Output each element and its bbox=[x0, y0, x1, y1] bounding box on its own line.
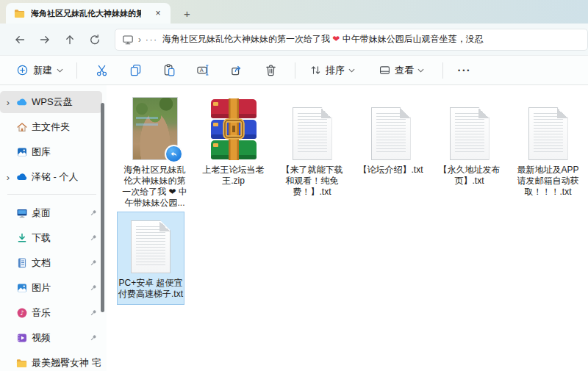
file-name: 海角社区兄妹乱伦大神妹妹的第一次给了我 ❤ 中午带妹妹公园... bbox=[121, 165, 189, 209]
winrar-archive-icon bbox=[210, 98, 257, 160]
sidebar-item-label: 图库 bbox=[32, 145, 51, 159]
sidebar-item-label: 音乐 bbox=[32, 306, 51, 320]
file-item[interactable]: 【论坛介绍】.txt bbox=[351, 94, 430, 176]
rename-button[interactable]: A bbox=[186, 59, 220, 82]
tab-bar: 海角社区兄妹乱伦大神妹妹的第 × + bbox=[0, 0, 588, 24]
file-item[interactable]: 【永久地址发布页】.txt bbox=[430, 94, 509, 187]
view-icon bbox=[379, 64, 391, 76]
this-pc-icon[interactable] bbox=[121, 33, 134, 46]
file-name: 【永久地址发布页】.txt bbox=[436, 165, 503, 187]
svg-text:A: A bbox=[199, 67, 204, 73]
copy-button[interactable] bbox=[118, 59, 152, 82]
file-grid-row: 海角社区兄妹乱伦大神妹妹的第一次给了我 ❤ 中午带妹妹公园... 上老王论坛当老… bbox=[115, 94, 588, 209]
up-button[interactable] bbox=[57, 29, 82, 51]
sidebar-item-pictures[interactable]: › 图片 bbox=[0, 277, 102, 299]
video-icon bbox=[15, 332, 28, 345]
pin-icon bbox=[89, 334, 98, 342]
gallery-icon bbox=[15, 146, 28, 159]
paste-button[interactable] bbox=[152, 59, 186, 82]
chevron-right-icon[interactable]: › bbox=[4, 172, 12, 183]
chevron-down-icon bbox=[57, 68, 63, 73]
pictures-icon bbox=[15, 282, 28, 295]
toolbar-divider bbox=[76, 62, 77, 79]
pin-icon bbox=[89, 309, 98, 317]
sidebar-item-wps-cloud[interactable]: › WPS云盘 bbox=[0, 91, 102, 113]
view-button[interactable]: 查看 bbox=[372, 60, 431, 81]
sidebar-item-onedrive[interactable]: › 泽铭 - 个人 bbox=[0, 166, 102, 188]
chevron-right-icon[interactable]: › bbox=[4, 97, 12, 108]
paste-icon bbox=[162, 63, 176, 77]
wps-cloud-icon bbox=[15, 96, 28, 109]
text-file-icon bbox=[450, 107, 490, 160]
forward-button[interactable] bbox=[32, 29, 57, 51]
sidebar-item-music[interactable]: › ♪ 音乐 bbox=[0, 302, 102, 324]
file-item[interactable]: 最新地址及APP请发邮箱自动获取！！！.txt bbox=[509, 94, 587, 198]
toolbar-divider bbox=[442, 62, 443, 79]
folder-icon bbox=[13, 7, 26, 20]
new-button-label: 新建 bbox=[33, 64, 52, 77]
breadcrumb-overflow-button[interactable]: ··· bbox=[146, 35, 158, 44]
file-item-selected[interactable]: PC+安卓 超便宜付费高速梯子.txt bbox=[117, 212, 184, 305]
sort-icon bbox=[309, 64, 322, 76]
watermark bbox=[136, 117, 158, 130]
chevron-down-icon bbox=[348, 68, 355, 73]
file-item[interactable]: 【来了就能下载和观看！纯免费！】.txt bbox=[273, 94, 351, 198]
folder-icon bbox=[15, 357, 28, 370]
back-button[interactable] bbox=[7, 29, 32, 51]
copy-icon bbox=[129, 63, 143, 77]
trash-icon bbox=[264, 63, 278, 77]
sidebar-item-label: 最美翘臀女神 宅 bbox=[32, 356, 101, 370]
text-file-icon bbox=[371, 107, 411, 160]
refresh-button[interactable] bbox=[82, 29, 107, 51]
desktop-icon bbox=[15, 207, 28, 220]
heart-glyph: ❤ bbox=[332, 34, 340, 44]
file-name: 【论坛介绍】.txt bbox=[358, 165, 423, 176]
sidebar-item-label: 泽铭 - 个人 bbox=[32, 170, 79, 184]
tab-title: 海角社区兄妹乱伦大神妹妹的第 bbox=[31, 8, 141, 19]
cut-button[interactable] bbox=[85, 59, 118, 82]
sort-button-label: 排序 bbox=[326, 64, 345, 77]
sidebar-item-videos[interactable]: › 视频 bbox=[0, 327, 102, 349]
sort-button[interactable]: 排序 bbox=[303, 60, 362, 81]
text-file-icon bbox=[131, 220, 171, 273]
sidebar-item-label: 文档 bbox=[32, 256, 51, 270]
file-name: 【来了就能下载和观看！纯免费！】.txt bbox=[279, 165, 346, 198]
breadcrumb-chevron-icon: › bbox=[138, 35, 141, 45]
text-file-icon bbox=[293, 107, 332, 160]
file-item[interactable]: 上老王论坛当老王.zip bbox=[194, 94, 273, 187]
pin-icon bbox=[89, 209, 98, 217]
tab-close-icon[interactable]: × bbox=[151, 7, 165, 20]
pin-icon bbox=[89, 259, 98, 267]
pin-icon bbox=[89, 284, 98, 292]
navigation-bar: › ··· 海角社区兄妹乱伦大神妹妹的第一次给了我 ❤ 中午带妹妹公园后山观音坐… bbox=[0, 24, 588, 55]
delete-button[interactable] bbox=[254, 59, 287, 82]
sidebar-item-downloads[interactable]: › 下载 bbox=[0, 227, 102, 249]
address-bar[interactable]: › ··· 海角社区兄妹乱伦大神妹妹的第一次给了我 ❤ 中午带妹妹公园后山观音坐… bbox=[115, 29, 588, 51]
rename-icon: A bbox=[196, 63, 210, 77]
sidebar-item-folder[interactable]: › 最美翘臀女神 宅 bbox=[0, 352, 102, 371]
share-button[interactable] bbox=[220, 59, 254, 82]
new-tab-button[interactable]: + bbox=[184, 9, 190, 19]
file-name: 上老王论坛当老王.zip bbox=[200, 165, 268, 187]
sidebar-item-home[interactable]: › 主文件夹 bbox=[0, 116, 102, 138]
address-path: 海角社区兄妹乱伦大神妹妹的第一次给了我 ❤ 中午带妹妹公园后山观音坐莲，没忍 bbox=[162, 33, 581, 46]
file-name: PC+安卓 超便宜付费高速梯子.txt bbox=[118, 278, 184, 300]
text-file-icon bbox=[528, 107, 568, 160]
more-button[interactable]: ••• bbox=[451, 61, 478, 80]
sidebar-item-documents[interactable]: › 文档 bbox=[0, 252, 102, 274]
sidebar-item-desktop[interactable]: › 桌面 bbox=[0, 202, 102, 224]
sidebar-item-label: 图片 bbox=[32, 281, 51, 295]
sync-badge-icon bbox=[165, 145, 183, 163]
new-button[interactable]: 新建 bbox=[10, 60, 69, 81]
home-icon bbox=[15, 121, 28, 134]
command-toolbar: 新建 A 排序 查看 bbox=[0, 55, 588, 85]
sidebar-item-gallery[interactable]: › 图库 bbox=[0, 141, 102, 163]
scissors-icon bbox=[95, 63, 109, 77]
explorer-tab[interactable]: 海角社区兄妹乱伦大神妹妹的第 × bbox=[6, 3, 171, 24]
share-icon bbox=[230, 63, 244, 77]
files-view[interactable]: 海角社区兄妹乱伦大神妹妹的第一次给了我 ❤ 中午带妹妹公园... 上老王论坛当老… bbox=[107, 85, 588, 371]
sidebar-item-label: WPS云盘 bbox=[32, 96, 73, 109]
sidebar-item-label: 视频 bbox=[32, 331, 51, 345]
sidebar-scrollbar[interactable] bbox=[101, 103, 104, 312]
file-item[interactable]: 海角社区兄妹乱伦大神妹妹的第一次给了我 ❤ 中午带妹妹公园... bbox=[115, 94, 194, 209]
